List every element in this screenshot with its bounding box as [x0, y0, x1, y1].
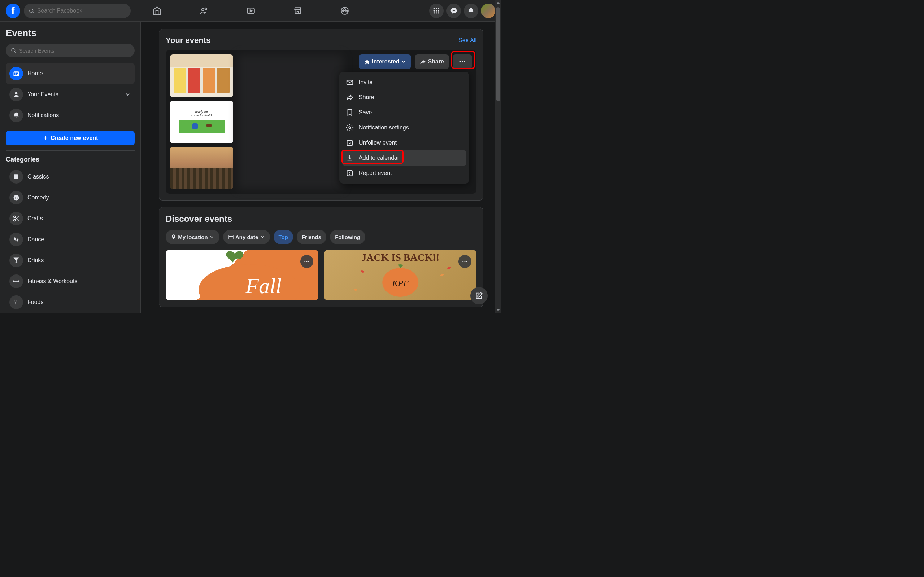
create-event-button[interactable]: Create new event [6, 131, 135, 145]
discover-events-card: Discover events My location Any date Top… [159, 207, 483, 307]
dropdown-share[interactable]: Share [342, 90, 466, 105]
home-nav-icon[interactable] [148, 2, 166, 20]
search-icon [11, 48, 16, 53]
search-events[interactable] [6, 44, 135, 57]
more-button[interactable] [452, 55, 472, 69]
filter-top[interactable]: Top [274, 230, 293, 244]
svg-point-69 [466, 261, 467, 262]
category-crafts[interactable]: Crafts [6, 208, 135, 229]
filter-following[interactable]: Following [330, 230, 365, 244]
filter-friends[interactable]: Friends [297, 230, 326, 244]
search-input[interactable] [37, 8, 126, 14]
download-icon [346, 154, 354, 162]
svg-point-63 [308, 261, 309, 262]
gear-icon [346, 124, 354, 132]
svg-point-3 [205, 8, 207, 10]
category-drinks[interactable]: Drinks [6, 250, 135, 271]
dropdown-notification-settings[interactable]: Notification settings [342, 120, 466, 135]
svg-point-27 [15, 92, 18, 95]
svg-point-0 [30, 9, 33, 12]
groups-nav-icon[interactable] [336, 2, 354, 20]
dropdown-save[interactable]: Save [342, 105, 466, 120]
fork-knife-icon [10, 295, 23, 309]
facebook-logo[interactable]: f [6, 3, 20, 18]
svg-point-67 [462, 261, 464, 262]
compose-fab[interactable] [470, 287, 488, 305]
pin-icon [171, 234, 176, 240]
filter-date[interactable]: Any date [223, 230, 270, 244]
video-nav-icon[interactable] [242, 2, 260, 20]
scroll-thumb[interactable] [496, 7, 500, 101]
scissors-icon [10, 212, 23, 226]
svg-point-7 [344, 9, 346, 10]
menu-grid-icon[interactable] [429, 3, 444, 18]
center-nav [148, 2, 354, 20]
dropdown-unfollow[interactable]: Unfollow event [342, 135, 466, 150]
svg-point-18 [438, 12, 439, 13]
marketplace-nav-icon[interactable] [289, 2, 307, 20]
card-more-icon[interactable] [459, 255, 472, 268]
smile-icon [10, 191, 23, 205]
svg-line-20 [15, 52, 16, 53]
category-foods[interactable]: Foods [6, 292, 135, 313]
svg-marker-5 [250, 10, 252, 12]
notifications-icon[interactable] [464, 3, 478, 18]
discover-card-1[interactable]: Fall [166, 250, 318, 300]
svg-point-8 [342, 10, 343, 11]
category-comedy[interactable]: Comedy [6, 187, 135, 208]
sidebar-notifications[interactable]: Notifications [6, 105, 135, 126]
interested-button[interactable]: Interested [359, 55, 411, 69]
scrollbar[interactable] [495, 0, 501, 313]
svg-line-37 [15, 218, 16, 219]
scroll-down-icon[interactable] [496, 309, 500, 312]
sidebar-home[interactable]: Home [6, 63, 135, 84]
svg-point-17 [436, 12, 437, 13]
card-more-icon[interactable] [300, 255, 313, 268]
category-dance[interactable]: Dance [6, 229, 135, 250]
svg-line-36 [17, 219, 19, 221]
svg-rect-22 [15, 73, 16, 74]
right-nav [429, 3, 496, 18]
category-classics[interactable]: Classics [6, 166, 135, 187]
event-image-3[interactable] [170, 147, 233, 189]
unfollow-icon [346, 139, 354, 147]
sidebar-title: Events [6, 27, 135, 39]
svg-marker-70 [497, 2, 499, 3]
svg-point-39 [16, 239, 19, 242]
dropdown-invite[interactable]: Invite [342, 75, 466, 90]
filter-location[interactable]: My location [166, 230, 220, 244]
chevron-down-icon [401, 59, 406, 64]
svg-point-48 [464, 61, 465, 62]
calendar-icon [228, 234, 234, 240]
top-nav: f [0, 0, 501, 22]
sidebar-home-label: Home [27, 70, 43, 77]
search-icon [29, 8, 34, 14]
dropdown-report[interactable]: Report event [342, 166, 466, 181]
svg-point-34 [14, 220, 16, 221]
event-image-1[interactable] [170, 55, 233, 97]
svg-point-9 [346, 10, 347, 11]
svg-point-33 [14, 216, 16, 218]
star-icon [364, 58, 370, 65]
your-events-title: Your events [166, 36, 210, 45]
messenger-icon[interactable] [446, 3, 461, 18]
scroll-up-icon[interactable] [496, 1, 500, 4]
share-button[interactable]: Share [415, 55, 449, 69]
category-fitness[interactable]: Fitness & Workouts [6, 271, 135, 292]
discover-card-2[interactable]: JACK IS BACK!! KPF [324, 250, 477, 300]
bell-icon [10, 108, 23, 122]
user-avatar[interactable] [481, 3, 496, 18]
dropdown-add-calendar[interactable]: Add to calendar [342, 150, 466, 166]
svg-point-10 [434, 8, 435, 9]
search-events-input[interactable] [19, 48, 129, 54]
see-all-link[interactable]: See All [459, 37, 477, 44]
friends-nav-icon[interactable] [195, 2, 213, 20]
event-image-2[interactable]: ready for some football? [170, 101, 233, 143]
chevron-down-icon [124, 91, 131, 98]
book-icon [10, 170, 23, 184]
dance-icon [10, 233, 23, 246]
search-box[interactable] [24, 3, 131, 18]
svg-point-32 [16, 197, 18, 198]
svg-rect-42 [13, 280, 15, 282]
sidebar-your-events[interactable]: Your Events [6, 84, 135, 105]
